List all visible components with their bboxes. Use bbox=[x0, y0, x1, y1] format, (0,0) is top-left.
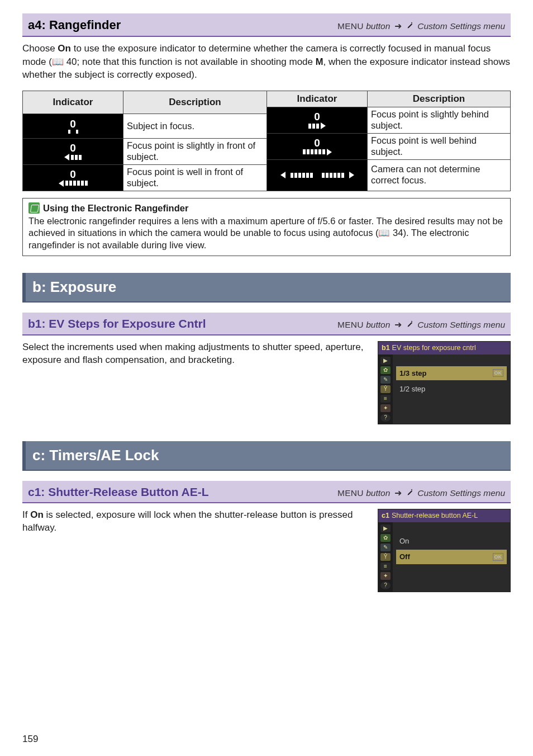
indicator-cell: 0 bbox=[23, 114, 123, 139]
camera-header-title: EV steps for exposure cntrl bbox=[392, 343, 476, 353]
menu-button-label: MENU bbox=[337, 320, 364, 329]
button-word: button bbox=[366, 488, 390, 498]
pencil-icon bbox=[407, 319, 414, 331]
camera-strip-icon: ▶ bbox=[380, 525, 391, 532]
indicator-cell: 0 bbox=[267, 134, 368, 160]
camera-menu-item[interactable]: 1/2 step bbox=[396, 382, 507, 396]
camera-icon-strip: ▶ ✿ ✎ Ŷ ≡ ✦ ? bbox=[378, 522, 393, 592]
camera-strip-icon: ✿ bbox=[380, 366, 391, 374]
page-ref-icon: 📖 bbox=[378, 228, 390, 238]
ok-icon: OK bbox=[493, 369, 504, 377]
camera-strip-icon: ✦ bbox=[380, 572, 391, 580]
indicator-table-left: Indicator Description 0 Subject in focus… bbox=[22, 91, 266, 191]
button-word: button bbox=[366, 320, 390, 329]
text: If bbox=[22, 509, 30, 520]
breadcrumb-tail: Custom Settings menu bbox=[417, 488, 505, 498]
menu-button-label: MENU bbox=[337, 21, 364, 31]
camera-menu-item[interactable]: 1/3 step OK bbox=[396, 366, 507, 381]
camera-screen-c1: c1 Shutter-release button AE-L ▶ ✿ ✎ Ŷ ≡… bbox=[378, 509, 511, 592]
camera-item-label: 1/3 step bbox=[399, 368, 426, 379]
desc-cell: Subject in focus. bbox=[123, 114, 267, 139]
camera-strip-icon: ✦ bbox=[380, 404, 391, 412]
menu-breadcrumb: MENU button ➜ Custom Settings menu bbox=[337, 319, 505, 331]
camera-strip-icon: ≡ bbox=[380, 563, 391, 570]
camera-item-label: Off bbox=[399, 552, 410, 562]
breadcrumb-tail: Custom Settings menu bbox=[417, 320, 505, 329]
button-word: button bbox=[366, 21, 390, 31]
text-mode: M bbox=[316, 56, 323, 67]
camera-screen-header: c1 Shutter-release button AE-L bbox=[378, 509, 510, 522]
camera-menu-list: On Off OK bbox=[393, 522, 510, 592]
col-header: Description bbox=[368, 91, 511, 107]
setting-title-bar-b1: b1: EV Steps for Exposure Cntrl MENU but… bbox=[22, 313, 511, 335]
camera-strip-icon: ▶ bbox=[380, 357, 391, 365]
pencil-icon bbox=[407, 488, 414, 499]
col-header: Description bbox=[123, 91, 267, 114]
camera-menu-item[interactable]: On bbox=[396, 534, 507, 549]
camera-icon-strip: ▶ ✿ ✎ Ŷ ≡ ✦ ? bbox=[378, 355, 393, 424]
page-ref-icon: 📖 bbox=[52, 56, 64, 67]
camera-strip-icon: ✎ bbox=[380, 376, 391, 384]
text: Choose bbox=[22, 43, 58, 54]
camera-strip-icon: ? bbox=[380, 582, 391, 589]
callout-title: Using the Electronic Rangefinder bbox=[43, 202, 188, 214]
desc-cell: Focus point is well in front of subject. bbox=[123, 165, 267, 191]
col-header: Indicator bbox=[267, 91, 368, 107]
section-heading-c: c: Timers/AE Lock bbox=[22, 441, 511, 471]
breadcrumb-tail: Custom Settings menu bbox=[417, 21, 505, 31]
camera-strip-icon: ✿ bbox=[380, 534, 391, 542]
camera-header-code: c1 bbox=[382, 511, 389, 521]
setting-title-bar-a4: a4: Rangefinder MENU button ➜ Custom Set… bbox=[22, 13, 511, 37]
camera-strip-icon: ≡ bbox=[380, 395, 391, 403]
setting-title-bar-c1: c1: Shutter-Release Button AE-L MENU but… bbox=[22, 481, 511, 503]
setting-title: c1: Shutter-Release Button AE-L bbox=[28, 484, 209, 500]
text-bold: On bbox=[30, 509, 44, 520]
desc-cell: Focus point is slightly in front of subj… bbox=[123, 139, 267, 165]
camera-strip-icon: ✎ bbox=[380, 544, 391, 551]
desc-cell: Camera can not determine correct focus. bbox=[368, 159, 511, 191]
menu-breadcrumb: MENU button ➜ Custom Settings menu bbox=[337, 488, 505, 499]
indicator-cell: 0 bbox=[23, 139, 123, 165]
camera-strip-icon: Ŷ bbox=[380, 553, 391, 561]
col-header: Indicator bbox=[23, 91, 123, 114]
camera-header-title: Shutter-release button AE-L bbox=[392, 511, 478, 521]
camera-strip-icon: Ŷ bbox=[380, 385, 391, 393]
camera-menu-list: 1/3 step OK 1/2 step bbox=[393, 355, 510, 424]
arrow-right-icon: ➜ bbox=[394, 319, 402, 331]
arrow-right-icon: ➜ bbox=[394, 21, 402, 32]
desc-cell: Focus point is well behind subject. bbox=[368, 134, 511, 160]
text: is selected, exposure will lock when the… bbox=[22, 509, 353, 533]
indicator-table-right: Indicator Description 0 Focus point is s… bbox=[266, 91, 511, 191]
text-bold: On bbox=[58, 43, 71, 54]
callout-body: The electronic rangefinder requires a le… bbox=[28, 215, 505, 251]
camera-menu-item[interactable]: Off OK bbox=[396, 550, 507, 564]
camera-item-label: On bbox=[399, 536, 409, 546]
camera-screen-b1: b1 EV steps for exposure cntrl ▶ ✿ ✎ Ŷ ≡… bbox=[378, 341, 511, 424]
camera-header-code: b1 bbox=[382, 343, 390, 353]
note-icon bbox=[28, 202, 40, 214]
pencil-icon bbox=[407, 21, 414, 32]
ok-icon: OK bbox=[493, 553, 504, 561]
indicator-tables: Indicator Description 0 Subject in focus… bbox=[22, 87, 511, 191]
setting-title: b1: EV Steps for Exposure Cntrl bbox=[28, 316, 206, 332]
section-heading-b: b: Exposure bbox=[22, 273, 511, 303]
indicator-cell: 0 bbox=[267, 107, 368, 134]
b1-paragraph: Select the increments used when making a… bbox=[22, 341, 368, 367]
menu-button-label: MENU bbox=[337, 488, 364, 498]
a4-paragraph: Choose On to use the exposure indicator … bbox=[22, 42, 511, 82]
camera-item-label: 1/2 step bbox=[399, 384, 425, 394]
indicator-cell bbox=[267, 159, 368, 191]
desc-cell: Focus point is slightly behind subject. bbox=[368, 107, 511, 134]
camera-screen-header: b1 EV steps for exposure cntrl bbox=[378, 342, 510, 355]
camera-strip-icon: ? bbox=[380, 414, 391, 422]
setting-title: a4: Rangefinder bbox=[28, 17, 121, 34]
menu-breadcrumb: MENU button ➜ Custom Settings menu bbox=[337, 21, 505, 32]
arrow-right-icon: ➜ bbox=[394, 488, 402, 499]
c1-paragraph: If On is selected, exposure will lock wh… bbox=[22, 509, 368, 535]
indicator-cell: 0 bbox=[23, 165, 123, 191]
callout-box: Using the Electronic Rangefinder The ele… bbox=[22, 198, 511, 257]
text: 40; note that this function is not avail… bbox=[64, 56, 316, 67]
